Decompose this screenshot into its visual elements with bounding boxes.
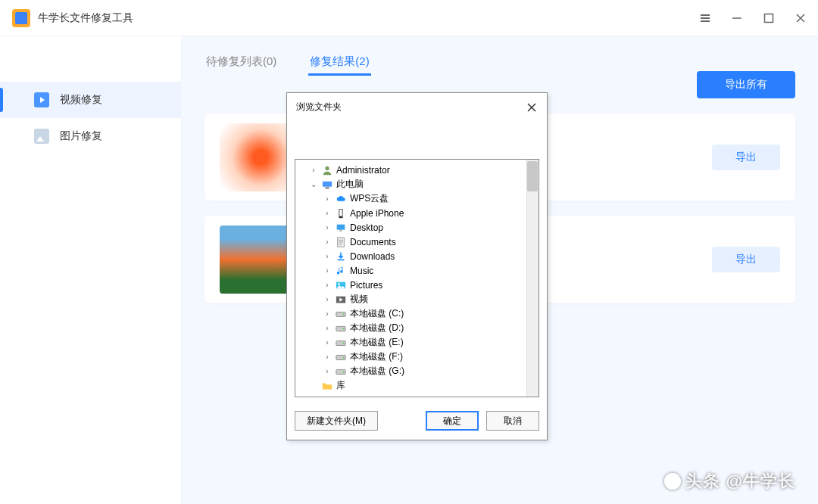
expand-icon[interactable]: › <box>323 295 332 303</box>
down-icon <box>335 251 347 262</box>
expand-icon[interactable]: › <box>323 353 332 361</box>
app-logo-icon <box>12 9 30 27</box>
svg-point-1 <box>325 166 329 170</box>
video-icon <box>34 92 49 107</box>
svg-rect-6 <box>337 224 345 229</box>
tree-item-label: Desktop <box>350 222 383 233</box>
tree-item-label: 视频 <box>350 293 368 306</box>
tree-item-label: 本地磁盘 (D:) <box>350 322 404 334</box>
tree-item-label: Downloads <box>350 251 395 262</box>
close-icon[interactable] <box>795 13 806 23</box>
export-button[interactable]: 导出 <box>712 247 780 272</box>
tree-item[interactable]: ⌄此电脑 <box>295 177 539 191</box>
tree-item[interactable]: ›Pictures <box>295 278 539 292</box>
pic-icon <box>335 280 347 291</box>
tree-item[interactable]: ›Downloads <box>295 249 539 263</box>
tree-item-label: 本地磁盘 (F:) <box>350 350 403 363</box>
expand-icon[interactable]: › <box>309 166 318 174</box>
expand-icon[interactable]: › <box>323 367 332 375</box>
menu-icon[interactable] <box>700 13 710 23</box>
tab-results[interactable]: 修复结果(2) <box>308 50 370 76</box>
window-controls <box>700 13 806 23</box>
tree-item[interactable]: ›Apple iPhone <box>295 206 539 220</box>
watermark-icon <box>664 473 681 490</box>
tree-item-label: Music <box>350 266 373 276</box>
sidebar-item-label: 视频修复 <box>60 93 102 107</box>
expand-icon[interactable]: › <box>323 238 332 246</box>
tree-item[interactable]: ›本地磁盘 (C:) <box>295 306 539 321</box>
folder-icon <box>321 381 333 391</box>
ok-button[interactable]: 确定 <box>426 411 479 431</box>
svg-point-10 <box>338 282 340 285</box>
maximize-icon[interactable] <box>763 13 774 23</box>
svg-point-21 <box>343 371 345 372</box>
export-button[interactable]: 导出 <box>712 145 780 170</box>
new-folder-button[interactable]: 新建文件夹(M) <box>295 411 378 431</box>
sidebar: 视频修复 图片修复 <box>0 36 182 504</box>
disk-icon <box>335 323 347 334</box>
expand-icon[interactable]: › <box>323 324 332 332</box>
tree-item-label: 本地磁盘 (E:) <box>350 336 404 349</box>
svg-point-17 <box>343 342 345 344</box>
expand-icon[interactable]: › <box>323 310 332 318</box>
user-icon <box>321 165 333 176</box>
tree-item-label: 本地磁盘 (G:) <box>350 365 404 378</box>
sidebar-item-image-repair[interactable]: 图片修复 <box>0 118 181 154</box>
tree-item-label: Pictures <box>350 280 382 291</box>
sidebar-item-video-repair[interactable]: 视频修复 <box>0 82 181 118</box>
expand-icon[interactable]: ⌄ <box>309 180 318 188</box>
doc-icon <box>335 237 347 247</box>
export-all-button[interactable]: 导出所有 <box>697 71 795 98</box>
svg-point-19 <box>343 356 345 358</box>
expand-icon[interactable]: › <box>323 266 332 275</box>
dialog-buttons: 新建文件夹(M) 确定 取消 <box>287 405 547 440</box>
tree-item[interactable]: ›本地磁盘 (G:) <box>295 364 539 378</box>
tree-item[interactable]: 库 <box>295 378 539 393</box>
tree-item[interactable]: ›Documents <box>295 235 539 249</box>
svg-rect-3 <box>325 187 329 188</box>
tree-item-label: Documents <box>350 237 396 247</box>
minimize-icon[interactable] <box>732 13 742 23</box>
scrollbar-thumb[interactable] <box>527 161 538 191</box>
tree-item[interactable]: ›视频 <box>295 292 539 306</box>
sidebar-item-label: 图片修复 <box>60 129 102 143</box>
video-icon <box>335 294 347 305</box>
disk-icon <box>335 366 347 377</box>
tab-pending[interactable]: 待修复列表(0) <box>204 50 278 76</box>
svg-rect-0 <box>765 14 773 22</box>
svg-point-13 <box>343 313 345 315</box>
image-icon <box>34 129 49 144</box>
tree-item-label: 本地磁盘 (C:) <box>350 307 404 320</box>
svg-rect-7 <box>339 230 342 231</box>
watermark: 头条 @牛学长 <box>664 470 795 493</box>
tree-item[interactable]: ›本地磁盘 (F:) <box>295 350 539 364</box>
browse-folder-dialog: 浏览文件夹 ›Administrator⌄此电脑›WPS云盘›Apple iPh… <box>286 92 548 440</box>
scrollbar[interactable] <box>526 160 539 397</box>
titlebar: 牛学长文件修复工具 <box>0 0 818 36</box>
expand-icon[interactable]: › <box>323 252 332 260</box>
tree-item[interactable]: ›Music <box>295 263 539 278</box>
tree-item-label: 库 <box>336 379 345 392</box>
tree-item-label: WPS云盘 <box>350 192 389 205</box>
expand-icon[interactable]: › <box>323 209 332 217</box>
tree-item[interactable]: ›Administrator <box>295 163 539 177</box>
tree-item[interactable]: ›WPS云盘 <box>295 191 539 206</box>
cancel-button[interactable]: 取消 <box>486 411 539 431</box>
cloud-icon <box>335 194 347 204</box>
tree-item-label: 此电脑 <box>336 178 364 191</box>
tree-item-label: Administrator <box>336 165 390 176</box>
disk-icon <box>335 352 347 362</box>
tree-item[interactable]: ›本地磁盘 (E:) <box>295 335 539 350</box>
expand-icon[interactable]: › <box>323 338 332 347</box>
folder-tree[interactable]: ›Administrator⌄此电脑›WPS云盘›Apple iPhone›De… <box>295 159 539 397</box>
dialog-titlebar: 浏览文件夹 <box>287 93 547 121</box>
expand-icon[interactable]: › <box>323 281 332 289</box>
expand-icon[interactable]: › <box>323 194 332 203</box>
dialog-title: 浏览文件夹 <box>296 101 342 114</box>
disk-icon <box>335 338 347 348</box>
tree-item[interactable]: ›Desktop <box>295 220 539 235</box>
dialog-close-icon[interactable] <box>526 101 538 114</box>
svg-point-15 <box>343 328 345 329</box>
expand-icon[interactable]: › <box>323 223 332 232</box>
tree-item[interactable]: ›本地磁盘 (D:) <box>295 321 539 335</box>
